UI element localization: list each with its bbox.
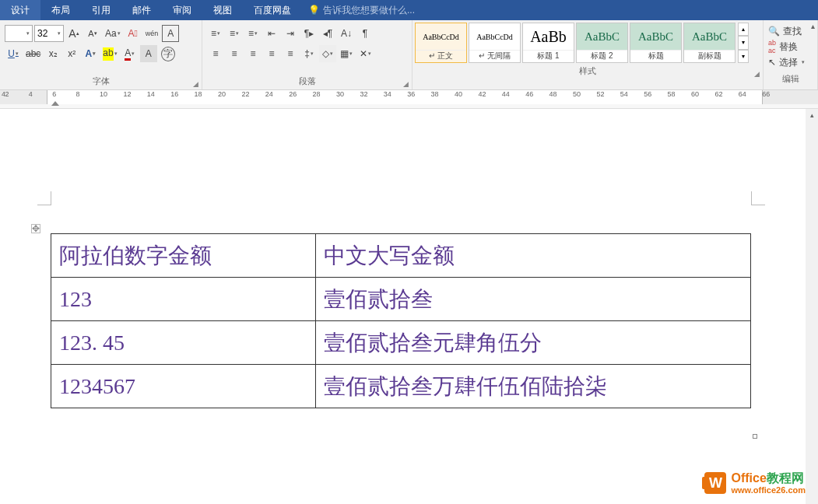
align-center-button[interactable]: ≡ <box>226 45 243 62</box>
align-right-button[interactable]: ≡ <box>244 45 262 62</box>
multilevel-button[interactable]: ≡▾ <box>244 25 262 42</box>
replace-button[interactable]: abac替换 <box>768 39 813 54</box>
change-case-button[interactable]: Aa▾ <box>103 25 123 42</box>
numbering-button[interactable]: ≡▾ <box>226 25 243 42</box>
style-scroll-up-icon[interactable]: ▴ <box>738 23 749 36</box>
enclose-char-button[interactable]: 字 <box>159 45 177 62</box>
cell-chinese[interactable]: 壹佰贰拾叁 <box>316 278 751 321</box>
styles-dialog-launcher-icon[interactable]: ◢ <box>754 70 760 78</box>
margin-corner-tr <box>751 191 765 205</box>
style-item-0[interactable]: AaBbCcDd↵ 正文 <box>415 23 467 63</box>
style-item-5[interactable]: AaBbC副标题 <box>683 23 735 63</box>
shading-button[interactable]: ◇▾ <box>319 45 336 62</box>
font-color-button[interactable]: A▾ <box>121 45 139 62</box>
borders-button[interactable]: ▦▾ <box>338 45 355 62</box>
cell-arabic[interactable]: 阿拉伯数字金额 <box>51 234 316 278</box>
tab-design[interactable]: 设计 <box>0 0 40 20</box>
cell-chinese[interactable]: 中文大写金额 <box>316 234 751 278</box>
phonetic-guide-button[interactable]: wén <box>143 25 161 42</box>
table-row[interactable]: 123壹佰贰拾叁 <box>51 278 751 321</box>
menu-bar: 设计 布局 引用 邮件 审阅 视图 百度网盘 💡 告诉我您想要做什么... <box>0 0 818 20</box>
style-item-2[interactable]: AaBb标题 1 <box>522 23 574 63</box>
ltr-button[interactable]: ¶▸ <box>300 25 318 42</box>
text-effects-button[interactable]: A▾ <box>82 45 99 62</box>
table-row[interactable]: 阿拉伯数字金额中文大写金额 <box>51 234 751 278</box>
underline-button[interactable]: U▾ <box>5 45 22 62</box>
clear-format-button[interactable]: A⃠ <box>125 25 142 42</box>
subscript-button[interactable]: x₂ <box>44 45 61 62</box>
ribbon-collapse-icon[interactable]: ▴ <box>811 22 815 30</box>
char-shading-button[interactable]: A <box>140 45 157 62</box>
tab-review[interactable]: 审阅 <box>162 0 202 20</box>
table-row[interactable]: 1234567壹佰贰拾叁万肆仟伍佰陆拾柒 <box>51 365 751 408</box>
word-icon: W <box>704 472 726 494</box>
style-gallery: AaBbCcDd↵ 正文AaBbCcDd↵ 无间隔AaBb标题 1AaBbC标题… <box>413 20 738 65</box>
search-icon: 🔍 <box>768 26 780 37</box>
align-left-button[interactable]: ≡ <box>207 45 224 62</box>
horizontal-ruler[interactable]: 2468101214161820222426283032343638404244… <box>0 90 818 109</box>
tab-references[interactable]: 引用 <box>81 0 121 20</box>
document-area: ✥ 阿拉伯数字金额中文大写金额123壹佰贰拾叁123. 45壹佰贰拾叁元肆角伍分… <box>0 109 818 504</box>
highlight-button[interactable]: ab▾ <box>100 45 119 62</box>
paragraph-group-label: 段落◢ <box>202 75 412 89</box>
style-expand-icon[interactable]: ▾ <box>738 50 749 63</box>
table-resize-handle[interactable] <box>753 434 757 439</box>
sort-button[interactable]: A↓ <box>338 25 355 42</box>
lightbulb-icon: 💡 <box>308 5 320 16</box>
cell-chinese[interactable]: 壹佰贰拾叁万肆仟伍佰陆拾柒 <box>316 365 751 408</box>
find-button[interactable]: 🔍查找 <box>768 23 813 39</box>
font-dialog-launcher-icon[interactable]: ◢ <box>193 80 198 88</box>
rtl-button[interactable]: ◂¶ <box>319 25 336 42</box>
increase-indent-button[interactable]: ⇥ <box>282 25 299 42</box>
shrink-font-button[interactable]: A▾ <box>84 25 101 42</box>
tab-layout[interactable]: 布局 <box>40 0 81 20</box>
font-group-label: 字体◢ <box>0 75 202 89</box>
style-gallery-scroll: ▴ ▾ ▾ <box>738 23 749 63</box>
tell-me-placeholder: 告诉我您想要做什么... <box>323 4 415 17</box>
para-dialog-launcher-icon[interactable]: ◢ <box>403 80 409 88</box>
replace-icon: abac <box>768 39 776 54</box>
watermark-logo: W Office教程网 www.office26.com <box>704 471 806 495</box>
tab-view[interactable]: 视图 <box>202 0 243 20</box>
table-anchor-icon[interactable]: ✥ <box>31 224 40 233</box>
paragraph-group: ≡▾ ≡▾ ≡▾ ⇤ ⇥ ¶▸ ◂¶ A↓ ¶ ≡ ≡ ≡ ≡ ≡ ‡▾ ◇▾ … <box>202 20 413 89</box>
cell-arabic[interactable]: 123 <box>51 278 316 321</box>
vertical-scrollbar[interactable]: ▴ <box>806 109 818 504</box>
grow-font-button[interactable]: A▴ <box>65 25 83 42</box>
indent-marker-icon[interactable] <box>51 101 59 106</box>
font-size-combo[interactable]: 32▾ <box>34 25 64 42</box>
select-button[interactable]: ↖选择▾ <box>768 54 813 70</box>
table-row[interactable]: 123. 45壹佰贰拾叁元肆角伍分 <box>51 321 751 365</box>
strike-button[interactable]: abc <box>23 45 43 62</box>
snap-button[interactable]: ✕▾ <box>356 45 374 62</box>
cell-arabic[interactable]: 1234567 <box>51 365 316 408</box>
font-group: ▾ 32▾ A▴ A▾ Aa▾ A⃠ wén A U▾ abc x₂ x² A▾… <box>0 20 202 89</box>
font-name-combo[interactable]: ▾ <box>5 25 33 42</box>
style-item-1[interactable]: AaBbCcDd↵ 无间隔 <box>469 23 521 63</box>
styles-group-label: 样式◢ <box>413 65 763 79</box>
tell-me-search[interactable]: 💡 告诉我您想要做什么... <box>308 4 415 17</box>
cell-chinese[interactable]: 壹佰贰拾叁元肆角伍分 <box>316 321 751 365</box>
editing-group: 🔍查找 abac替换 ↖选择▾ 编辑 <box>764 20 818 89</box>
style-item-4[interactable]: AaBbC标题 <box>630 23 682 63</box>
line-spacing-button[interactable]: ‡▾ <box>300 45 318 62</box>
tab-mailings[interactable]: 邮件 <box>121 0 162 20</box>
justify-button[interactable]: ≡ <box>263 45 280 62</box>
document-table[interactable]: 阿拉伯数字金额中文大写金额123壹佰贰拾叁123. 45壹佰贰拾叁元肆角伍分12… <box>51 233 751 408</box>
superscript-button[interactable]: x² <box>63 45 80 62</box>
bullets-button[interactable]: ≡▾ <box>207 25 224 42</box>
margin-corner-tl <box>37 191 51 205</box>
style-scroll-down-icon[interactable]: ▾ <box>738 36 749 49</box>
editing-group-label: 编辑 <box>764 73 817 87</box>
char-border-button[interactable]: A <box>162 25 179 42</box>
style-item-3[interactable]: AaBbC标题 2 <box>576 23 628 63</box>
cursor-icon: ↖ <box>768 57 776 68</box>
distribute-button[interactable]: ≡ <box>282 45 299 62</box>
tab-baidu[interactable]: 百度网盘 <box>243 0 302 20</box>
scroll-up-icon[interactable]: ▴ <box>806 109 818 121</box>
show-marks-button[interactable]: ¶ <box>356 25 374 42</box>
cell-arabic[interactable]: 123. 45 <box>51 321 316 365</box>
styles-group: AaBbCcDd↵ 正文AaBbCcDd↵ 无间隔AaBb标题 1AaBbC标题… <box>413 20 764 89</box>
decrease-indent-button[interactable]: ⇤ <box>263 25 280 42</box>
ribbon: ▴ ▾ 32▾ A▴ A▾ Aa▾ A⃠ wén A U▾ abc x₂ x² … <box>0 20 818 90</box>
